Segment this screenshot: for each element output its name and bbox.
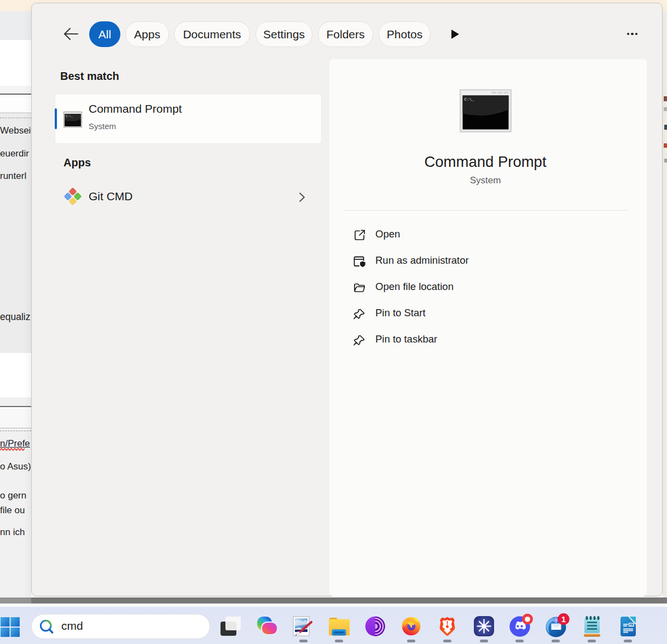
svg-text:1: 1 xyxy=(561,614,566,624)
svg-text:C:\_: C:\_ xyxy=(66,114,73,118)
svg-text:C:\_: C:\_ xyxy=(465,97,475,102)
